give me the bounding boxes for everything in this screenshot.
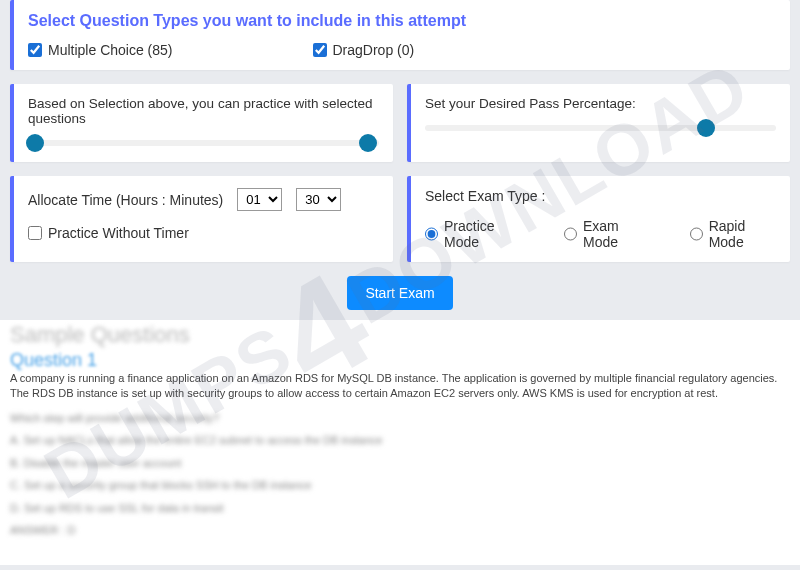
sample-heading: Sample Questions [10,322,790,348]
exam-type-practice-radio[interactable] [425,227,438,241]
exam-type-rapid-radio[interactable] [690,227,703,241]
no-timer-label: Practice Without Timer [48,225,189,241]
qtype-multiple-choice-checkbox[interactable] [28,43,42,57]
practice-slider-card: Based on Selection above, you can practi… [10,84,393,162]
practice-slider-thumb-min[interactable] [26,134,44,152]
question-1-stem: A company is running a finance applicati… [10,371,790,402]
qtype-multiple-choice-label: Multiple Choice (85) [48,42,173,58]
minutes-select[interactable]: 30 [296,188,341,211]
exam-type-practice[interactable]: Practice Mode [425,218,524,250]
exam-type-rapid-label: Rapid Mode [709,218,776,250]
exam-type-label: Select Exam Type : [425,188,545,204]
pass-slider-label: Set your Desired Pass Percentage: [425,96,776,111]
practice-slider-label: Based on Selection above, you can practi… [28,96,379,126]
pass-slider-card: Set your Desired Pass Percentage: [407,84,790,162]
time-card: Allocate Time (Hours : Minutes) 01 30 Pr… [10,176,393,262]
practice-range-slider[interactable] [28,140,379,146]
start-exam-button[interactable]: Start Exam [347,276,452,310]
practice-slider-thumb-max[interactable] [359,134,377,152]
question-1-blurred: Which step will provide additional secur… [10,410,790,539]
qtype-dragdrop[interactable]: DragDrop (0) [313,42,415,58]
allocate-time-label: Allocate Time (Hours : Minutes) [28,192,223,208]
exam-type-exam-radio[interactable] [564,227,577,241]
no-timer-checkbox[interactable] [28,226,42,240]
hours-select[interactable]: 01 [237,188,282,211]
exam-type-practice-label: Practice Mode [444,218,524,250]
qtype-dragdrop-label: DragDrop (0) [333,42,415,58]
question-types-card: Select Question Types you want to includ… [10,0,790,70]
exam-type-card: Select Exam Type : Practice Mode Exam Mo… [407,176,790,262]
no-timer-row[interactable]: Practice Without Timer [28,225,379,241]
pass-slider[interactable] [425,125,776,131]
exam-type-exam-label: Exam Mode [583,218,650,250]
sample-questions-section: Sample Questions Question 1 A company is… [0,320,800,565]
question-types-title: Select Question Types you want to includ… [28,12,776,30]
pass-slider-thumb[interactable] [697,119,715,137]
exam-type-exam[interactable]: Exam Mode [564,218,650,250]
qtype-multiple-choice[interactable]: Multiple Choice (85) [28,42,173,58]
exam-type-rapid[interactable]: Rapid Mode [690,218,776,250]
question-1-heading: Question 1 [10,350,790,371]
qtype-dragdrop-checkbox[interactable] [313,43,327,57]
